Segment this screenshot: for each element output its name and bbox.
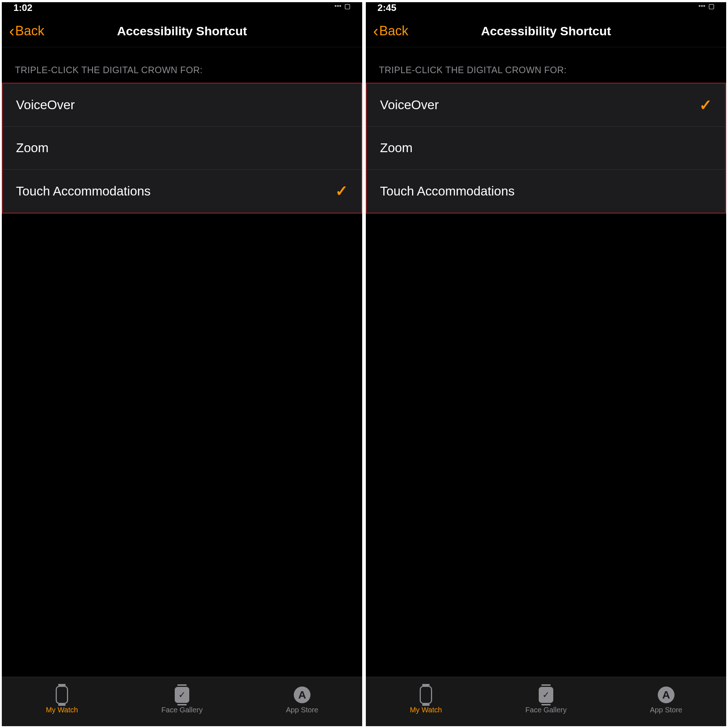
status-time: 2:45 <box>378 2 396 14</box>
battery-icon: ▢ <box>344 2 350 10</box>
tab-face-gallery[interactable]: ✓ Face Gallery <box>153 686 211 714</box>
option-label: Zoom <box>380 141 412 155</box>
tab-face-gallery[interactable]: ✓ Face Gallery <box>517 686 575 714</box>
chevron-left-icon: ‹ <box>9 23 15 39</box>
status-indicators: ▪▪▪ ▢ <box>699 2 714 10</box>
phone-left: 1:02 ▪▪▪ ▢ ‹ Back Accessibility Shortcut… <box>2 2 362 726</box>
options-group: VoiceOver ✓ Zoom Touch Accommodations <box>366 83 726 214</box>
checkmark-icon: ✓ <box>699 96 712 114</box>
back-label: Back <box>379 23 408 38</box>
navigation-bar: ‹ Back Accessibility Shortcut <box>2 15 362 47</box>
gallery-icon: ✓ <box>537 686 555 704</box>
appstore-icon: A <box>658 686 675 704</box>
option-zoom[interactable]: Zoom <box>3 127 361 170</box>
tab-label: App Store <box>286 706 318 714</box>
option-touch-accommodations[interactable]: Touch Accommodations ✓ <box>3 170 361 213</box>
status-indicators: ▪▪▪ ▢ <box>335 2 350 10</box>
tab-my-watch[interactable]: My Watch <box>33 686 91 714</box>
option-label: Zoom <box>16 141 48 155</box>
tab-label: My Watch <box>410 706 442 714</box>
tab-label: Face Gallery <box>525 706 566 714</box>
section-header: TRIPLE-CLICK THE DIGITAL CROWN FOR: <box>2 47 362 83</box>
option-label: Touch Accommodations <box>16 184 151 198</box>
back-label: Back <box>15 23 44 38</box>
option-label: VoiceOver <box>16 98 75 112</box>
option-label: VoiceOver <box>380 98 439 112</box>
status-bar: 2:45 ▪▪▪ ▢ <box>366 2 726 15</box>
status-bar: 1:02 ▪▪▪ ▢ <box>2 2 362 15</box>
section-header: TRIPLE-CLICK THE DIGITAL CROWN FOR: <box>366 47 726 83</box>
status-time: 1:02 <box>14 2 32 14</box>
navigation-bar: ‹ Back Accessibility Shortcut <box>366 15 726 47</box>
tab-label: App Store <box>650 706 682 714</box>
signal-icon: ▪▪▪ <box>335 2 341 10</box>
tab-bar: My Watch ✓ Face Gallery A App Store <box>2 677 362 726</box>
checkmark-icon: ✓ <box>335 182 348 200</box>
page-title: Accessibility Shortcut <box>117 24 247 38</box>
signal-icon: ▪▪▪ <box>699 2 705 10</box>
option-voiceover[interactable]: VoiceOver ✓ <box>367 84 725 127</box>
tab-label: Face Gallery <box>161 706 202 714</box>
tab-my-watch[interactable]: My Watch <box>397 686 455 714</box>
option-touch-accommodations[interactable]: Touch Accommodations <box>367 170 725 213</box>
page-title: Accessibility Shortcut <box>481 24 611 38</box>
tab-app-store[interactable]: A App Store <box>637 686 695 714</box>
phone-right: 2:45 ▪▪▪ ▢ ‹ Back Accessibility Shortcut… <box>366 2 726 726</box>
back-button[interactable]: ‹ Back <box>9 23 44 39</box>
watch-icon <box>53 686 70 704</box>
options-group: VoiceOver Zoom Touch Accommodations ✓ <box>2 83 362 214</box>
comparison-container: 1:02 ▪▪▪ ▢ ‹ Back Accessibility Shortcut… <box>2 2 726 726</box>
chevron-left-icon: ‹ <box>373 23 379 39</box>
battery-icon: ▢ <box>708 2 714 10</box>
tab-label: My Watch <box>46 706 78 714</box>
option-label: Touch Accommodations <box>380 184 515 198</box>
watch-icon <box>417 686 434 704</box>
tab-bar: My Watch ✓ Face Gallery A App Store <box>366 677 726 726</box>
option-voiceover[interactable]: VoiceOver <box>3 84 361 127</box>
back-button[interactable]: ‹ Back <box>373 23 408 39</box>
gallery-icon: ✓ <box>173 686 191 704</box>
tab-app-store[interactable]: A App Store <box>273 686 331 714</box>
option-zoom[interactable]: Zoom <box>367 127 725 170</box>
appstore-icon: A <box>294 686 311 704</box>
